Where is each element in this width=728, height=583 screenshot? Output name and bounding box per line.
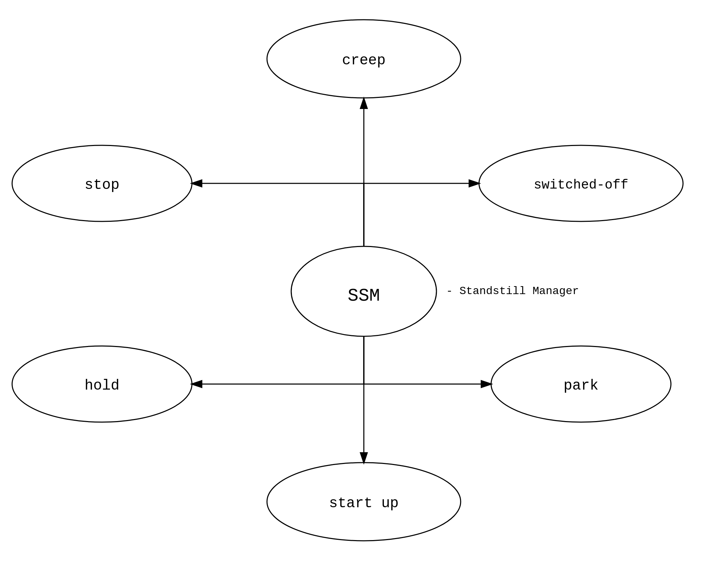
diagram-container: SSM creep stop switched-off hold park st… [0,0,728,583]
ssm-to-park-arrow [364,336,491,384]
diagram-svg: SSM creep stop switched-off hold park st… [0,0,728,583]
ssm-description: - Standstill Manager [446,285,579,298]
ssm-to-stop-arrow [192,183,364,246]
switched-off-label: switched-off [534,177,628,192]
ssm-to-hold-arrow [192,336,364,384]
startup-label: start up [329,495,399,512]
ssm-to-switchedoff-arrow [364,183,479,246]
stop-label: stop [85,177,120,193]
park-label: park [564,377,599,394]
creep-label: creep [342,52,386,69]
ssm-label: SSM [348,286,380,306]
hold-label: hold [85,377,120,394]
